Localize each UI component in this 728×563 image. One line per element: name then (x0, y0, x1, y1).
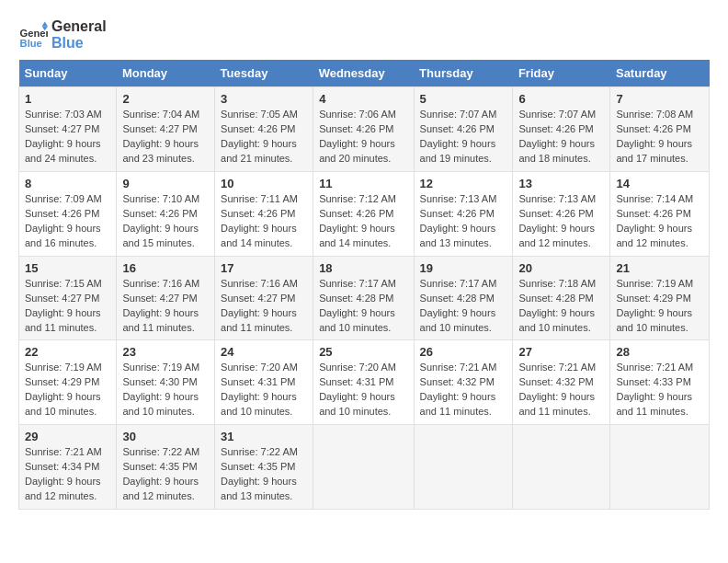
day-number: 28 (616, 345, 703, 359)
day-info: Sunrise: 7:18 AMSunset: 4:28 PMDaylight:… (518, 277, 604, 336)
day-number: 15 (25, 261, 110, 275)
day-info: Sunrise: 7:06 AMSunset: 4:26 PMDaylight:… (319, 108, 407, 167)
calendar-cell: 5 Sunrise: 7:07 AMSunset: 4:26 PMDayligh… (414, 87, 513, 172)
day-number: 7 (616, 92, 703, 106)
day-number: 23 (122, 345, 209, 359)
page-header: General Blue General Blue (18, 18, 710, 51)
day-number: 11 (319, 177, 407, 190)
day-info: Sunrise: 7:16 AMSunset: 4:27 PMDaylight:… (221, 277, 307, 336)
calendar-cell: 1 Sunrise: 7:03 AMSunset: 4:27 PMDayligh… (19, 87, 117, 172)
svg-marker-2 (42, 21, 48, 26)
calendar-cell: 30 Sunrise: 7:22 AMSunset: 4:35 PMDaylig… (117, 425, 215, 510)
calendar-cell: 18 Sunrise: 7:17 AMSunset: 4:28 PMDaylig… (313, 256, 414, 340)
day-info: Sunrise: 7:16 AMSunset: 4:27 PMDaylight:… (122, 277, 209, 336)
calendar-cell: 15 Sunrise: 7:15 AMSunset: 4:27 PMDaylig… (19, 256, 117, 340)
day-number: 16 (122, 261, 209, 275)
column-header-tuesday: Tuesday (215, 60, 313, 87)
day-info: Sunrise: 7:19 AMSunset: 4:29 PMDaylight:… (616, 277, 703, 336)
day-number: 17 (221, 261, 307, 275)
day-number: 19 (420, 261, 507, 275)
day-number: 18 (319, 261, 407, 275)
day-info: Sunrise: 7:03 AMSunset: 4:27 PMDaylight:… (25, 108, 110, 167)
column-header-monday: Monday (117, 60, 215, 87)
day-number: 2 (122, 92, 209, 106)
header-row: SundayMondayTuesdayWednesdayThursdayFrid… (19, 60, 710, 87)
day-info: Sunrise: 7:19 AMSunset: 4:29 PMDaylight:… (25, 361, 110, 419)
calendar-cell: 21 Sunrise: 7:19 AMSunset: 4:29 PMDaylig… (610, 256, 710, 340)
day-number: 5 (420, 92, 507, 106)
day-number: 12 (420, 177, 507, 190)
day-number: 25 (319, 345, 407, 359)
day-info: Sunrise: 7:17 AMSunset: 4:28 PMDaylight:… (420, 277, 507, 336)
day-number: 3 (221, 92, 307, 106)
day-number: 26 (420, 345, 507, 359)
calendar-cell: 29 Sunrise: 7:21 AMSunset: 4:34 PMDaylig… (19, 425, 117, 510)
week-row-4: 22 Sunrise: 7:19 AMSunset: 4:29 PMDaylig… (19, 340, 710, 425)
day-info: Sunrise: 7:21 AMSunset: 4:34 PMDaylight:… (25, 445, 110, 504)
day-info: Sunrise: 7:13 AMSunset: 4:26 PMDaylight:… (518, 192, 604, 251)
day-info: Sunrise: 7:21 AMSunset: 4:33 PMDaylight:… (616, 361, 703, 419)
calendar-cell: 24 Sunrise: 7:20 AMSunset: 4:31 PMDaylig… (215, 340, 313, 425)
calendar-cell: 17 Sunrise: 7:16 AMSunset: 4:27 PMDaylig… (215, 256, 313, 340)
day-number: 31 (221, 430, 307, 443)
svg-text:Blue: Blue (20, 37, 42, 48)
day-number: 6 (518, 92, 604, 106)
logo-text-general: General (51, 18, 107, 35)
day-number: 27 (518, 345, 604, 359)
day-number: 4 (319, 92, 407, 106)
calendar-cell: 27 Sunrise: 7:21 AMSunset: 4:32 PMDaylig… (513, 340, 610, 425)
calendar-cell: 8 Sunrise: 7:09 AMSunset: 4:26 PMDayligh… (19, 171, 117, 256)
day-number: 13 (518, 177, 604, 190)
day-number: 29 (25, 430, 110, 443)
calendar-cell: 20 Sunrise: 7:18 AMSunset: 4:28 PMDaylig… (513, 256, 610, 340)
day-info: Sunrise: 7:07 AMSunset: 4:26 PMDaylight:… (518, 108, 604, 167)
calendar-cell: 3 Sunrise: 7:05 AMSunset: 4:26 PMDayligh… (215, 87, 313, 172)
calendar-cell (513, 425, 610, 510)
column-header-friday: Friday (513, 60, 610, 87)
day-info: Sunrise: 7:05 AMSunset: 4:26 PMDaylight:… (221, 108, 307, 167)
week-row-1: 1 Sunrise: 7:03 AMSunset: 4:27 PMDayligh… (19, 87, 710, 172)
day-info: Sunrise: 7:21 AMSunset: 4:32 PMDaylight:… (518, 361, 604, 419)
day-info: Sunrise: 7:20 AMSunset: 4:31 PMDaylight:… (319, 361, 407, 419)
calendar-cell: 13 Sunrise: 7:13 AMSunset: 4:26 PMDaylig… (513, 171, 610, 256)
column-header-sunday: Sunday (19, 60, 117, 87)
day-info: Sunrise: 7:17 AMSunset: 4:28 PMDaylight:… (319, 277, 407, 336)
logo-icon: General Blue (18, 20, 48, 50)
day-info: Sunrise: 7:21 AMSunset: 4:32 PMDaylight:… (420, 361, 507, 419)
calendar-cell: 19 Sunrise: 7:17 AMSunset: 4:28 PMDaylig… (414, 256, 513, 340)
svg-text:General: General (20, 27, 48, 38)
calendar-cell: 12 Sunrise: 7:13 AMSunset: 4:26 PMDaylig… (414, 171, 513, 256)
day-info: Sunrise: 7:22 AMSunset: 4:35 PMDaylight:… (221, 445, 307, 504)
day-number: 1 (25, 92, 110, 106)
day-info: Sunrise: 7:10 AMSunset: 4:26 PMDaylight:… (122, 192, 209, 251)
week-row-2: 8 Sunrise: 7:09 AMSunset: 4:26 PMDayligh… (19, 171, 710, 256)
calendar-cell (414, 425, 513, 510)
column-header-saturday: Saturday (610, 60, 710, 87)
calendar-cell: 2 Sunrise: 7:04 AMSunset: 4:27 PMDayligh… (117, 87, 215, 172)
calendar-cell: 10 Sunrise: 7:11 AMSunset: 4:26 PMDaylig… (215, 171, 313, 256)
day-number: 8 (25, 177, 110, 190)
day-number: 24 (221, 345, 307, 359)
logo-text-blue: Blue (51, 35, 107, 52)
day-info: Sunrise: 7:09 AMSunset: 4:26 PMDaylight:… (25, 192, 110, 251)
calendar-cell: 14 Sunrise: 7:14 AMSunset: 4:26 PMDaylig… (610, 171, 710, 256)
calendar-cell: 7 Sunrise: 7:08 AMSunset: 4:26 PMDayligh… (610, 87, 710, 172)
calendar-cell: 26 Sunrise: 7:21 AMSunset: 4:32 PMDaylig… (414, 340, 513, 425)
day-info: Sunrise: 7:19 AMSunset: 4:30 PMDaylight:… (122, 361, 209, 419)
day-number: 9 (122, 177, 209, 190)
logo: General Blue General Blue (18, 18, 107, 51)
column-header-wednesday: Wednesday (313, 60, 414, 87)
day-number: 30 (122, 430, 209, 443)
calendar-cell: 16 Sunrise: 7:16 AMSunset: 4:27 PMDaylig… (117, 256, 215, 340)
day-number: 10 (221, 177, 307, 190)
day-number: 22 (25, 345, 110, 359)
calendar-cell (610, 425, 710, 510)
calendar-cell: 28 Sunrise: 7:21 AMSunset: 4:33 PMDaylig… (610, 340, 710, 425)
calendar-cell: 23 Sunrise: 7:19 AMSunset: 4:30 PMDaylig… (117, 340, 215, 425)
column-header-thursday: Thursday (414, 60, 513, 87)
day-info: Sunrise: 7:07 AMSunset: 4:26 PMDaylight:… (420, 108, 507, 167)
day-info: Sunrise: 7:11 AMSunset: 4:26 PMDaylight:… (221, 192, 307, 251)
calendar-cell: 6 Sunrise: 7:07 AMSunset: 4:26 PMDayligh… (513, 87, 610, 172)
day-info: Sunrise: 7:04 AMSunset: 4:27 PMDaylight:… (122, 108, 209, 167)
week-row-5: 29 Sunrise: 7:21 AMSunset: 4:34 PMDaylig… (19, 425, 710, 510)
